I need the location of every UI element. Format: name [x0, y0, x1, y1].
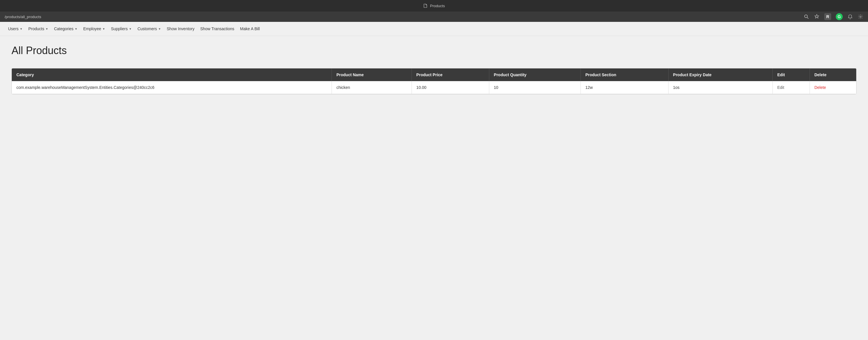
cell-product-section: 12w — [581, 81, 668, 94]
chevron-down-icon: ▼ — [129, 27, 132, 31]
chevron-down-icon: ▼ — [45, 27, 48, 31]
user-dark-icon[interactable]: R — [824, 13, 831, 20]
svg-point-2 — [860, 16, 861, 18]
page-content: All Products Category Product Name Produ… — [0, 36, 868, 103]
nav-item-products[interactable]: Products ▼ — [26, 25, 50, 32]
table-row: com.example.warehouseManagementSystem.En… — [12, 81, 856, 94]
main-content: Users ▼ Products ▼ Categories ▼ Employee… — [0, 22, 868, 340]
delete-button[interactable]: Delete — [814, 85, 826, 90]
column-edit: Edit — [772, 68, 810, 81]
search-icon[interactable] — [804, 14, 809, 20]
chevron-down-icon: ▼ — [102, 27, 105, 31]
chevron-down-icon: ▼ — [74, 27, 78, 31]
cell-delete: Delete — [810, 81, 856, 94]
profile-green-icon[interactable]: G — [836, 13, 843, 20]
all-products-title: All Products — [11, 44, 857, 57]
nav-item-customers[interactable]: Customers ▼ — [135, 25, 163, 32]
star-settings-icon[interactable] — [814, 14, 820, 20]
column-delete: Delete — [810, 68, 856, 81]
title-bar: Products — [0, 0, 868, 11]
cell-product-expiry-date: 1os — [668, 81, 772, 94]
nav-item-categories[interactable]: Categories ▼ — [52, 25, 80, 32]
cell-product-quantity: 10 — [489, 81, 581, 94]
cell-category: com.example.warehouseManagementSystem.En… — [12, 81, 332, 94]
show-inventory-link[interactable]: Show Inventory — [164, 25, 197, 32]
cell-edit: Edit — [772, 81, 810, 94]
column-product-expiry-date: Product Expiry Date — [668, 68, 772, 81]
page-title-tab: Products — [430, 4, 445, 8]
bell-icon[interactable] — [847, 14, 853, 20]
document-icon — [423, 3, 428, 8]
column-product-section: Product Section — [581, 68, 668, 81]
nav-item-employee[interactable]: Employee ▼ — [81, 25, 107, 32]
cell-product-name: chicken — [332, 81, 411, 94]
products-table-container: Category Product Name Product Price Prod… — [11, 68, 857, 94]
edit-button[interactable]: Edit — [777, 85, 784, 90]
chevron-down-icon: ▼ — [20, 27, 23, 31]
show-transactions-link[interactable]: Show Transactions — [198, 25, 237, 32]
svg-point-0 — [805, 15, 808, 18]
nav-item-users[interactable]: Users ▼ — [6, 25, 25, 32]
svg-line-1 — [807, 18, 809, 19]
navbar: Users ▼ Products ▼ Categories ▼ Employee… — [0, 22, 868, 36]
column-category: Category — [12, 68, 332, 81]
toolbar-icons: R G — [804, 13, 863, 20]
column-product-price: Product Price — [411, 68, 489, 81]
address-text: /products/all_products — [5, 15, 41, 19]
products-table: Category Product Name Product Price Prod… — [12, 68, 856, 94]
gear-icon[interactable] — [858, 14, 863, 20]
column-product-name: Product Name — [332, 68, 411, 81]
cell-product-price: 10.00 — [411, 81, 489, 94]
chevron-down-icon: ▼ — [158, 27, 161, 31]
column-product-quantity: Product Quantity — [489, 68, 581, 81]
table-header-row: Category Product Name Product Price Prod… — [12, 68, 856, 81]
make-a-bill-link[interactable]: Make A Bill — [238, 25, 262, 32]
address-bar: /products/all_products R G — [0, 11, 868, 22]
nav-item-suppliers[interactable]: Suppliers ▼ — [108, 25, 134, 32]
title-bar-content: Products — [423, 3, 445, 8]
